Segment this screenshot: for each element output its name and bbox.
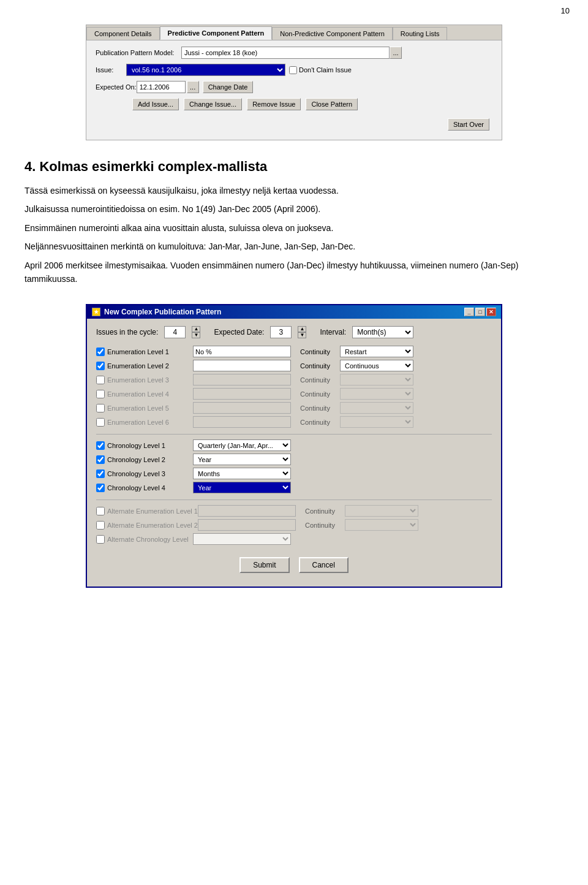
alt-enum-level-2-continuity-select <box>345 519 418 531</box>
issues-in-cycle-label: Issues in the cycle: <box>96 328 158 336</box>
dialog-title-text: New Complex Publication Pattern <box>104 308 221 316</box>
bottom-dialog: ★ New Complex Publication Pattern _ □ ✕ … <box>86 304 502 588</box>
paragraph-5: April 2006 merkitsee ilmestymisaikaa. Vu… <box>24 259 564 286</box>
alt-enum-level-1-continuity-select <box>345 505 418 517</box>
chrono-level-2-checkbox[interactable] <box>96 455 105 464</box>
issues-in-cycle-input[interactable] <box>164 326 186 338</box>
chrono-row-2: Chronology Level 2 Year Months <box>96 454 492 465</box>
chrono-level-3-checkbox[interactable] <box>96 469 105 478</box>
submit-button[interactable]: Submit <box>239 557 289 573</box>
enum-level-5-checkbox[interactable] <box>96 404 105 412</box>
alt-enum-level-1-checkbox[interactable] <box>96 507 105 515</box>
expected-on-row: Expected On: ... Change Date <box>96 81 492 93</box>
change-issue-button[interactable]: Change Issue... <box>184 98 242 110</box>
enum-level-4-checkbox[interactable] <box>96 390 105 398</box>
chrono-level-1-label: Chronology Level 1 <box>107 442 193 449</box>
enum-row-3: Enumeration Level 3 Continuity <box>96 374 492 386</box>
enum-level-3-continuity-label: Continuity <box>300 376 340 384</box>
alt-chrono-select <box>193 533 291 545</box>
enum-row-6: Enumeration Level 6 Continuity <box>96 416 492 428</box>
top-dialog-body: Publication Pattern Model: ... Issue: vo… <box>86 40 502 140</box>
expected-on-input[interactable] <box>137 81 186 93</box>
expected-date-spinner[interactable]: ▲ ▼ <box>298 326 306 338</box>
chrono-level-4-select[interactable]: Year Months <box>193 482 291 493</box>
alt-enum-level-1-label: Alternate Enumeration Level 1 <box>107 507 198 515</box>
enum-level-1-input[interactable] <box>193 346 291 357</box>
action-buttons-row: Add Issue... Change Issue... Remove Issu… <box>132 98 492 110</box>
alt-enum-level-1-input <box>198 505 296 517</box>
enum-level-2-continuity-select[interactable]: Continuous Restart <box>340 360 413 371</box>
chronology-section: Chronology Level 1 Quarterly (Jan-Mar, A… <box>96 439 492 493</box>
chrono-level-2-label: Chronology Level 2 <box>107 456 193 463</box>
enum-level-3-checkbox[interactable] <box>96 376 105 384</box>
enum-level-4-label: Enumeration Level 4 <box>107 390 193 398</box>
chrono-level-1-checkbox[interactable] <box>96 441 105 450</box>
enum-row-2: Enumeration Level 2 Continuity Continuou… <box>96 360 492 371</box>
enum-level-1-continuity-label: Continuity <box>300 348 340 355</box>
add-issue-button[interactable]: Add Issue... <box>132 98 179 110</box>
tab-routing-lists[interactable]: Routing Lists <box>393 27 448 40</box>
expected-date-input[interactable] <box>270 326 292 338</box>
chrono-level-4-label: Chronology Level 4 <box>107 484 193 492</box>
publication-pattern-input[interactable] <box>181 47 390 59</box>
enum-level-4-continuity-label: Continuity <box>300 390 340 398</box>
alt-enum-level-2-continuity-label: Continuity <box>305 522 345 529</box>
tab-component-details[interactable]: Component Details <box>86 27 160 40</box>
publication-pattern-browse-button[interactable]: ... <box>390 47 402 59</box>
alt-enum-level-2-checkbox[interactable] <box>96 521 105 530</box>
page-number: 10 <box>561 6 570 15</box>
expected-date-down[interactable]: ▼ <box>298 332 306 338</box>
chrono-level-4-checkbox[interactable] <box>96 484 105 492</box>
enum-level-6-continuity-select <box>340 416 413 428</box>
tab-non-predictive-component-pattern[interactable]: Non-Predictive Component Pattern <box>272 27 393 40</box>
dont-claim-checkbox[interactable] <box>289 66 297 74</box>
chrono-level-3-label: Chronology Level 3 <box>107 470 193 477</box>
chrono-level-3-select[interactable]: Months Year <box>193 468 291 479</box>
tab-predictive-component-pattern[interactable]: Predictive Component Pattern <box>160 26 273 40</box>
enum-level-5-input <box>193 402 291 414</box>
remove-issue-button[interactable]: Remove Issue <box>247 98 301 110</box>
dialog-title-left: ★ New Complex Publication Pattern <box>92 308 221 316</box>
enum-level-6-checkbox[interactable] <box>96 418 105 427</box>
enum-level-1-label: Enumeration Level 1 <box>107 348 193 355</box>
expected-date-label: Expected Date: <box>214 328 264 336</box>
alt-chrono-checkbox[interactable] <box>96 535 105 544</box>
start-over-button[interactable]: Start Over <box>448 118 489 131</box>
enum-level-3-continuity-select <box>340 374 413 386</box>
enum-level-3-label: Enumeration Level 3 <box>107 376 193 384</box>
dialog-title-buttons: _ □ ✕ <box>464 308 496 316</box>
issues-in-cycle-up[interactable]: ▲ <box>192 326 200 332</box>
enum-level-2-input[interactable] <box>193 360 291 371</box>
section-heading: 4. Kolmas esimerkki complex-mallista <box>24 159 564 175</box>
dialog-maximize-button[interactable]: □ <box>475 308 485 316</box>
cycle-row: Issues in the cycle: ▲ ▼ Expected Date: … <box>96 326 492 338</box>
dialog-minimize-button[interactable]: _ <box>464 308 474 316</box>
change-date-button[interactable]: Change Date <box>203 81 254 93</box>
interval-select[interactable]: Month(s) Week(s) Day(s) Year(s) <box>352 326 413 338</box>
close-pattern-button[interactable]: Close Pattern <box>306 98 358 110</box>
alt-chrono-row: Alternate Chronology Level <box>96 533 492 545</box>
dialog-close-button[interactable]: ✕ <box>486 308 496 316</box>
enum-level-4-input <box>193 388 291 400</box>
paragraph-2: Julkaisussa numerointitiedoissa on esim.… <box>24 202 564 216</box>
enum-level-2-checkbox[interactable] <box>96 362 105 370</box>
enum-level-1-checkbox[interactable] <box>96 348 105 356</box>
alt-chrono-label: Alternate Chronology Level <box>107 536 193 543</box>
expected-on-browse-button[interactable]: ... <box>187 81 199 93</box>
chrono-level-2-select[interactable]: Year Months <box>193 454 291 465</box>
chrono-level-1-select[interactable]: Quarterly (Jan-Mar, Apr... Year Months <box>193 439 291 451</box>
issues-in-cycle-down[interactable]: ▼ <box>192 332 200 338</box>
enum-level-1-continuity-select[interactable]: Restart Continuous <box>340 346 413 357</box>
issue-select[interactable]: vol.56 no.1 2006 <box>126 64 285 76</box>
paragraph-4: Neljännesvuosittainen merkintä on kumulo… <box>24 240 564 253</box>
divider-1 <box>96 434 492 435</box>
alternate-enumeration-section: Alternate Enumeration Level 1 Continuity… <box>96 505 492 545</box>
cancel-button[interactable]: Cancel <box>299 557 349 573</box>
expected-date-up[interactable]: ▲ <box>298 326 306 332</box>
alt-enum-row-1: Alternate Enumeration Level 1 Continuity <box>96 505 492 517</box>
dialog-titlebar: ★ New Complex Publication Pattern _ □ ✕ <box>87 305 501 319</box>
issues-in-cycle-spinner[interactable]: ▲ ▼ <box>192 326 200 338</box>
enum-row-5: Enumeration Level 5 Continuity <box>96 402 492 414</box>
paragraph-3: Ensimmäinen numerointi alkaa aina vuosit… <box>24 221 564 235</box>
chrono-row-3: Chronology Level 3 Months Year <box>96 468 492 479</box>
